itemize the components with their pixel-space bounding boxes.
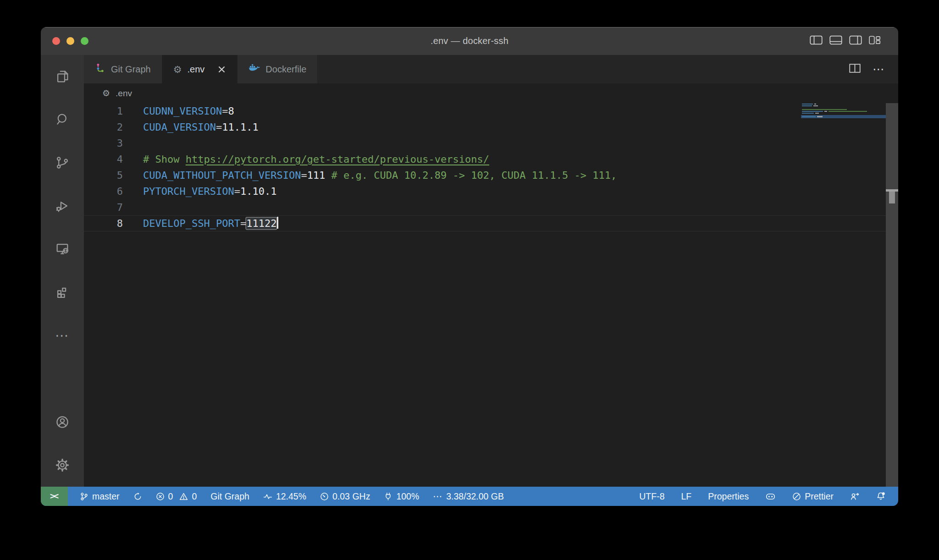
battery-percent: 100% bbox=[396, 491, 419, 502]
cpu-frequency-item[interactable]: 0.03 GHz bbox=[320, 491, 370, 502]
code-line: 5CUDA_WITHOUT_PATCH_VERSION=111 # e.g. C… bbox=[84, 167, 898, 183]
toggle-primary-sidebar-icon[interactable] bbox=[810, 35, 823, 47]
code-editor[interactable]: 1CUDNN_VERSION=8 2CUDA_VERSION=11.1.1 3 … bbox=[84, 103, 898, 487]
editor-more-actions-icon[interactable]: ⋯ bbox=[873, 62, 884, 77]
problems-item[interactable]: 0 0 bbox=[156, 491, 197, 502]
memory-usage-item[interactable]: ⋯ 3.38/32.00 GB bbox=[433, 491, 504, 502]
line-number[interactable]: 6 bbox=[84, 183, 123, 199]
tab-git-graph[interactable]: Git Graph bbox=[84, 55, 162, 83]
code-line: 4# Show https://pytorch.org/get-started/… bbox=[84, 151, 898, 167]
formatter-item[interactable]: Prettier bbox=[792, 491, 834, 502]
tab-label: .env bbox=[188, 64, 205, 75]
run-debug-icon[interactable] bbox=[41, 184, 84, 227]
close-window-button[interactable] bbox=[52, 37, 60, 45]
extensions-icon[interactable] bbox=[41, 270, 84, 313]
cpu-percent: 12.45% bbox=[276, 491, 306, 502]
source-control-icon[interactable] bbox=[41, 141, 84, 184]
settings-gear-icon[interactable] bbox=[41, 444, 84, 487]
env-file-gear-icon: ⚙ bbox=[173, 65, 182, 74]
line-number[interactable]: 7 bbox=[84, 199, 123, 215]
code-line: 1CUDNN_VERSION=8 bbox=[84, 103, 898, 119]
memory-value: 3.38/32.00 GB bbox=[446, 491, 504, 502]
toggle-secondary-sidebar-icon[interactable] bbox=[849, 35, 862, 47]
branch-name: master bbox=[92, 491, 120, 502]
customize-layout-icon[interactable] bbox=[869, 35, 881, 47]
eol-item[interactable]: LF bbox=[681, 491, 692, 502]
traffic-lights bbox=[52, 27, 88, 55]
line-number[interactable]: 4 bbox=[84, 151, 123, 167]
line-number[interactable]: 8 bbox=[84, 215, 123, 231]
scrollbar-thumb[interactable] bbox=[889, 192, 895, 203]
docker-whale-icon bbox=[249, 64, 260, 75]
ellipsis-icon: ⋯ bbox=[433, 491, 442, 502]
minimap[interactable] bbox=[801, 104, 886, 118]
breadcrumb[interactable]: ⚙ .env bbox=[84, 83, 898, 103]
line-number[interactable]: 3 bbox=[84, 135, 123, 151]
error-count: 0 bbox=[168, 491, 173, 502]
scrollbar[interactable] bbox=[886, 103, 898, 487]
code-line: 6PYTORCH_VERSION=1.10.1 bbox=[84, 183, 898, 199]
comment-link[interactable]: https://pytorch.org/get-started/previous… bbox=[186, 154, 489, 165]
line-number[interactable]: 2 bbox=[84, 119, 123, 135]
git-graph-icon bbox=[95, 63, 105, 76]
minimap-current-line bbox=[801, 115, 886, 118]
split-editor-icon[interactable] bbox=[849, 64, 861, 75]
tab-bar: Git Graph ⚙ .env Dockerfile bbox=[84, 55, 898, 83]
sync-icon[interactable] bbox=[133, 492, 142, 501]
tab-label: Git Graph bbox=[111, 64, 151, 75]
remote-explorer-icon[interactable] bbox=[41, 227, 84, 270]
frequency-value: 0.03 GHz bbox=[332, 491, 370, 502]
line-number[interactable]: 5 bbox=[84, 167, 123, 183]
tab-label: Dockerfile bbox=[265, 64, 306, 75]
battery-item[interactable]: 100% bbox=[384, 491, 419, 502]
highlighted-word: 11122 bbox=[246, 218, 276, 229]
cpu-usage-item[interactable]: 12.45% bbox=[263, 491, 306, 502]
breadcrumb-file[interactable]: .env bbox=[116, 88, 132, 99]
activity-bar: ⋯ bbox=[41, 55, 84, 487]
code-line-current: 8DEVELOP_SSH_PORT=11122 bbox=[84, 215, 898, 231]
tab-env[interactable]: ⚙ .env bbox=[162, 55, 238, 83]
remote-indicator[interactable]: >< bbox=[41, 487, 68, 506]
notifications-bell-icon[interactable] bbox=[876, 492, 885, 501]
language-mode-item[interactable]: Properties bbox=[708, 491, 749, 502]
feedback-icon[interactable] bbox=[850, 492, 860, 501]
zoom-window-button[interactable] bbox=[81, 37, 88, 45]
git-branch-item[interactable]: master bbox=[80, 491, 120, 502]
copilot-icon[interactable] bbox=[765, 492, 776, 501]
minimize-window-button[interactable] bbox=[66, 37, 74, 45]
window-title: .env — docker-ssh bbox=[431, 36, 508, 46]
search-icon[interactable] bbox=[41, 98, 84, 141]
explorer-icon[interactable] bbox=[41, 55, 84, 98]
more-views-icon[interactable]: ⋯ bbox=[41, 313, 84, 357]
account-icon[interactable] bbox=[41, 401, 84, 444]
encoding-item[interactable]: UTF-8 bbox=[639, 491, 664, 502]
code-line: 3 bbox=[84, 135, 898, 151]
formatter-name: Prettier bbox=[805, 491, 834, 502]
code-line: 2CUDA_VERSION=11.1.1 bbox=[84, 119, 898, 135]
vscode-window: .env — docker-ssh bbox=[41, 27, 898, 506]
tab-dockerfile[interactable]: Dockerfile bbox=[238, 55, 318, 83]
text-cursor bbox=[277, 217, 278, 229]
breadcrumb-gear-icon: ⚙ bbox=[102, 89, 110, 98]
title-bar: .env — docker-ssh bbox=[41, 27, 898, 55]
code-line: 7 bbox=[84, 199, 898, 215]
line-number[interactable]: 1 bbox=[84, 103, 123, 119]
git-graph-status-item[interactable]: Git Graph bbox=[210, 491, 249, 502]
status-bar: >< master 0 0 Git Graph 12.45% bbox=[41, 487, 898, 506]
toggle-panel-icon[interactable] bbox=[829, 35, 842, 47]
close-tab-icon[interactable] bbox=[217, 65, 226, 74]
warning-count: 0 bbox=[192, 491, 197, 502]
